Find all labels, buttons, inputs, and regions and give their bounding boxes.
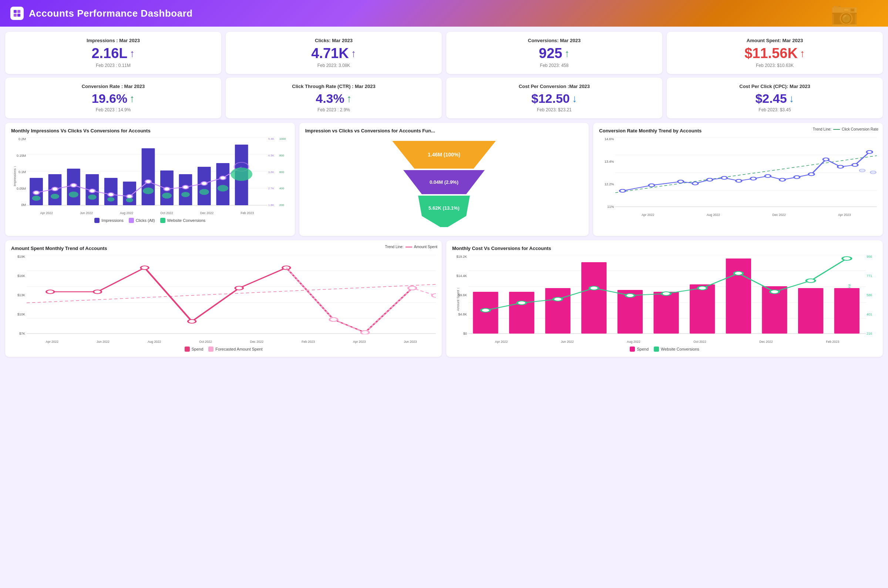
kpi-cr-label: Conversion Rate : Mar 2023 bbox=[12, 84, 215, 89]
legend-cost-conversions: Website Conversions bbox=[654, 346, 699, 352]
svg-point-69 bbox=[808, 173, 814, 176]
kpi-conversions: Conversions: Mar 2023 925 ↑ Feb 2023: 45… bbox=[446, 32, 662, 74]
amount-trend-label: Trend Line: Amount Spent bbox=[385, 245, 437, 249]
svg-point-34 bbox=[51, 194, 59, 199]
svg-point-24 bbox=[89, 189, 95, 193]
svg-point-120 bbox=[698, 286, 707, 290]
svg-point-121 bbox=[734, 272, 743, 275]
svg-point-29 bbox=[182, 185, 188, 189]
trend-line-icon bbox=[833, 128, 840, 130]
funnel-chart-card: Impression vs Clicks vs Conversions for … bbox=[299, 123, 589, 236]
amount-trend-icon bbox=[406, 246, 412, 248]
svg-rect-113 bbox=[834, 288, 859, 334]
svg-marker-49 bbox=[418, 196, 470, 227]
kpi-cr-value: 19.6% ↑ bbox=[12, 92, 215, 106]
legend-box-cost-conversions bbox=[654, 346, 659, 352]
kpi-clicks-sub: Feb 2023: 3.08K bbox=[232, 63, 435, 68]
svg-point-39 bbox=[143, 188, 153, 194]
trend-line-label: Trend Line: Click Conversion Rate bbox=[813, 127, 878, 131]
svg-point-64 bbox=[736, 179, 742, 182]
kpi-cost-per-click: Cost Per Click (CPC): Mar 2023 $2.45 ↓ F… bbox=[667, 78, 883, 118]
svg-rect-104 bbox=[509, 292, 534, 334]
cost-y-axis-right: 956 771 586 401 216 bbox=[867, 255, 877, 335]
svg-point-84 bbox=[46, 290, 54, 294]
kpi-clicks-value: 4.71K ↑ bbox=[232, 45, 435, 62]
svg-point-96 bbox=[432, 294, 436, 297]
legend-box-spend bbox=[185, 346, 190, 352]
svg-point-28 bbox=[164, 187, 170, 191]
arrow-up-green-icon: ↑ bbox=[347, 93, 352, 105]
instagram-bg-icon: 📷 bbox=[831, 0, 858, 27]
svg-rect-110 bbox=[726, 258, 751, 334]
svg-point-44 bbox=[230, 168, 252, 181]
svg-point-63 bbox=[721, 176, 727, 179]
svg-point-58 bbox=[620, 189, 626, 192]
svg-rect-19 bbox=[216, 163, 229, 205]
kpi-cost-per-conversion: Cost Per Conversion :Mar 2023 $12.50 ↓ F… bbox=[446, 78, 662, 118]
svg-point-67 bbox=[780, 178, 786, 181]
svg-point-25 bbox=[108, 193, 114, 196]
kpi-amount-value: $11.56K ↑ bbox=[673, 45, 876, 62]
svg-point-123 bbox=[806, 279, 815, 282]
svg-rect-106 bbox=[581, 262, 606, 334]
svg-rect-109 bbox=[690, 284, 715, 334]
kpi-ctr-sub: Feb 2023 : 2.9% bbox=[232, 107, 435, 112]
svg-point-122 bbox=[770, 290, 779, 294]
conversion-rate-chart-card: Conversion Rate Monthly Trend by Account… bbox=[593, 123, 883, 236]
logo-icon bbox=[13, 9, 21, 17]
svg-text:1.46M (100%): 1.46M (100%) bbox=[428, 152, 460, 158]
cost-svg bbox=[469, 255, 866, 334]
svg-rect-105 bbox=[545, 288, 570, 334]
svg-point-116 bbox=[553, 297, 562, 301]
arrow-up-green-icon: ↑ bbox=[565, 48, 570, 60]
kpi-conversions-sub: Feb 2023: 458 bbox=[453, 63, 656, 68]
kpi-cpclick-sub: Feb 2023: $3.45 bbox=[673, 107, 876, 112]
svg-point-21 bbox=[33, 191, 39, 195]
svg-rect-103 bbox=[473, 292, 498, 334]
funnel-mid-svg: 0.04M (2.9%) bbox=[403, 170, 485, 194]
svg-point-37 bbox=[107, 197, 115, 201]
kpi-cpc-label: Cost Per Conversion :Mar 2023 bbox=[453, 84, 656, 89]
cost-conversions-chart-card: Monthly Cost Vs Conversions for Accounts… bbox=[446, 240, 883, 357]
legend-box-forecasted bbox=[208, 346, 213, 352]
kpi-amount-spent: Amount Spent: Mar 2023 $11.56K ↑ Feb 202… bbox=[667, 32, 883, 74]
legend-box-conversions bbox=[160, 218, 165, 223]
kpi-cpclick-label: Cost Per Click (CPC): Mar 2023 bbox=[673, 84, 876, 89]
kpi-conversion-rate: Conversion Rate : Mar 2023 19.6% ↑ Feb 2… bbox=[5, 78, 221, 118]
svg-point-38 bbox=[126, 198, 133, 202]
svg-point-30 bbox=[201, 182, 207, 185]
impressions-svg bbox=[27, 137, 267, 206]
svg-point-73 bbox=[867, 150, 873, 153]
amount-y-axis: $19K $16K $13K $10K $7K bbox=[12, 255, 25, 335]
kpi-clicks-label: Clicks: Mar 2023 bbox=[232, 38, 435, 43]
arrow-up-green-icon: ↑ bbox=[129, 93, 135, 105]
svg-point-61 bbox=[692, 182, 698, 185]
legend-forecasted: Forecasted Amount Spent bbox=[208, 346, 262, 352]
arrow-up-red-icon: ↑ bbox=[800, 48, 805, 60]
kpi-impressions-value: 2.16L ↑ bbox=[12, 45, 215, 62]
legend-cost-spend: Spend bbox=[630, 346, 649, 352]
kpi-ctr-label: Click Through Rate (CTR) : Mar 2023 bbox=[232, 84, 435, 89]
svg-rect-1 bbox=[17, 10, 20, 13]
svg-point-74 bbox=[859, 169, 865, 172]
svg-point-75 bbox=[870, 171, 876, 174]
legend-clicks: Clicks (All) bbox=[129, 218, 155, 223]
header: Accounts Performance Dashboard 📷 bbox=[0, 0, 888, 27]
svg-point-117 bbox=[589, 286, 598, 290]
svg-point-115 bbox=[517, 301, 526, 305]
kpi-amount-label: Amount Spent: Mar 2023 bbox=[673, 38, 876, 43]
kpi-impressions: Impressions : Mar 2023 2.16L ↑ Feb 2023 … bbox=[5, 32, 221, 74]
svg-point-87 bbox=[188, 320, 196, 323]
svg-rect-15 bbox=[142, 148, 155, 205]
legend-box-cost-spend bbox=[630, 346, 635, 352]
svg-point-65 bbox=[750, 177, 756, 180]
svg-rect-17 bbox=[179, 174, 192, 205]
svg-point-71 bbox=[838, 165, 844, 168]
impressions-legend: Impressions Clicks (All) Website Convers… bbox=[11, 218, 289, 223]
amount-spent-title: Amount Spent Monthly Trend of Accounts bbox=[11, 246, 436, 251]
svg-point-86 bbox=[141, 266, 148, 270]
x-axis-labels: Apr 2022 Jun 2022 Aug 2022 Oct 2022 Dec … bbox=[27, 211, 267, 215]
kpi-row-1: Impressions : Mar 2023 2.16L ↑ Feb 2023 … bbox=[0, 27, 888, 74]
svg-rect-3 bbox=[17, 14, 20, 16]
cost-x-axis: Apr 2022 Jun 2022 Aug 2022 Oct 2022 Dec … bbox=[469, 340, 866, 344]
